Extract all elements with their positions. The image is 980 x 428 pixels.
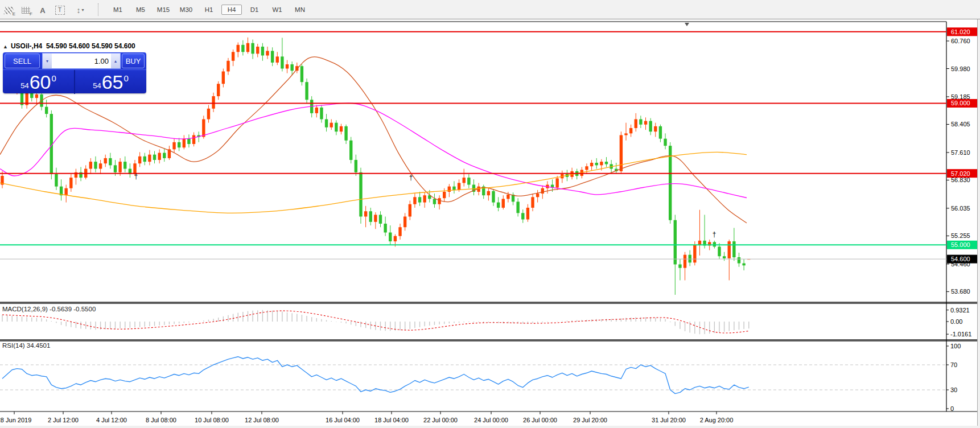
timeframe-button-m30[interactable]: M30 — [176, 5, 196, 15]
sell-price-sup: 0 — [51, 73, 56, 83]
rsi-label: RSI(14) 34.4501 — [2, 342, 50, 349]
text-box-button[interactable]: T — [52, 3, 67, 17]
time-axis-label: 12 Jul 08:00 — [245, 417, 279, 423]
sell-price-button[interactable]: 54 60 0 — [3, 70, 75, 94]
grid-sub-label: F — [30, 11, 32, 17]
timeframe-button-mn[interactable]: MN — [290, 5, 310, 15]
time-axis-label: 29 Jul 20:00 — [573, 417, 607, 423]
symbol-ohlc-label: USOil-,H4 54.590 54.600 54.590 54.600 — [11, 42, 135, 50]
sell-button[interactable]: SELL — [5, 54, 40, 68]
svg-text:57.020: 57.020 — [951, 170, 970, 177]
timeframe-button-group: M1M5M15M30H1H4D1W1MN — [106, 5, 311, 15]
chart-surface[interactable]: †††60.76059.98059.18558.40557.61056.8305… — [0, 19, 980, 428]
ma-slow — [0, 152, 747, 213]
toolbar: E F A T ↕ ▾ M1M5M15M30H1H4D1W1MN — [0, 0, 980, 19]
cross-marker: † — [409, 174, 413, 182]
rsi-axis-label: 0 — [950, 405, 954, 412]
svg-text:58.405: 58.405 — [951, 121, 970, 127]
cross-marker: † — [134, 172, 138, 180]
chevron-down-icon: ▾ — [81, 7, 84, 13]
letter-a-icon: A — [40, 5, 45, 17]
svg-text:53.680: 53.680 — [951, 288, 970, 295]
svg-text:57.610: 57.610 — [951, 149, 970, 156]
svg-text:56.035: 56.035 — [951, 205, 970, 212]
svg-text:60.760: 60.760 — [951, 38, 970, 44]
time-axis-label: 31 Jul 20:00 — [652, 417, 686, 423]
sell-price-big: 60 — [30, 71, 51, 93]
svg-text:61.020: 61.020 — [951, 28, 970, 35]
macd-axis-label: 0.9321 — [950, 307, 970, 314]
macd-axis-label: -1.0161 — [950, 331, 971, 338]
time-axis-label: 16 Jul 04:00 — [326, 417, 360, 423]
volume-increase-button[interactable]: ▴ — [111, 54, 120, 68]
time-axis[interactable]: 28 Jun 20192 Jul 12:004 Jul 12:008 Jul 0… — [0, 411, 733, 423]
timeframe-button-h4[interactable]: H4 — [221, 5, 242, 15]
time-axis-label: 2 Aug 20:00 — [700, 417, 734, 423]
macd-label: MACD(12,26,9) -0.5639 -0.5500 — [2, 306, 96, 312]
time-axis-label: 4 Jul 12:00 — [96, 417, 127, 423]
macd-histogram — [2, 310, 749, 335]
macd-axis-label: 0.00 — [950, 318, 962, 325]
timeframe-button-h1[interactable]: H1 — [199, 5, 219, 15]
svg-text:59.980: 59.980 — [951, 65, 970, 72]
time-axis-label: 26 Jul 00:00 — [523, 417, 557, 423]
rsi-axis-label: 100 — [950, 343, 961, 349]
indicator-hatch-button[interactable]: E — [1, 3, 16, 17]
chart-title: ▲USOil-,H4 54.590 54.600 54.590 54.600 — [3, 42, 135, 50]
grid-icon — [22, 7, 30, 14]
sell-price-small: 54 — [20, 81, 28, 90]
time-axis-label: 18 Jul 04:00 — [374, 417, 409, 423]
buy-price-button[interactable]: 54 65 0 — [75, 70, 146, 94]
chart-window: †††60.76059.98059.18558.40557.61056.8305… — [0, 19, 980, 428]
timeframe-button-m5[interactable]: M5 — [130, 5, 151, 15]
arrows-icon: ↕ — [76, 6, 80, 15]
rsi-pane — [0, 357, 946, 394]
toolbar-separator — [98, 3, 103, 16]
time-axis-label: 2 Jul 12:00 — [48, 417, 79, 423]
window-right-edge — [977, 0, 980, 428]
buy-price-sup: 0 — [123, 73, 128, 83]
time-axis-label: 28 Jun 2019 — [0, 417, 31, 423]
one-click-trade-panel: SELL ▾ ▴ BUY 54 60 0 54 65 0 — [3, 52, 146, 93]
timeframe-button-w1[interactable]: W1 — [267, 5, 287, 15]
time-axis-label: 8 Jul 08:00 — [146, 417, 176, 423]
svg-text:55.000: 55.000 — [951, 241, 970, 248]
volume-input[interactable] — [52, 54, 111, 68]
rsi-axis-label: 30 — [950, 386, 957, 393]
timeframe-button-m1[interactable]: M1 — [108, 5, 128, 15]
mt4-terminal-window: E F A T ↕ ▾ M1M5M15M30H1H4D1W1MN †††60.7… — [0, 0, 980, 428]
collapse-panel-icon[interactable]: ▲ — [3, 44, 8, 50]
grid-button[interactable]: F — [18, 3, 33, 17]
timeframe-button-m15[interactable]: M15 — [153, 5, 174, 15]
volume-stepper: ▾ ▴ — [42, 53, 121, 69]
shift-marker-icon — [685, 23, 689, 26]
buy-price-small: 54 — [93, 81, 101, 90]
ma-mid — [0, 103, 747, 197]
svg-text:56.830: 56.830 — [951, 176, 970, 183]
cross-marker: † — [713, 231, 717, 238]
price-axis[interactable]: 60.76059.98059.18558.40557.61056.83056.0… — [946, 27, 977, 295]
time-axis-label: 22 Jul 00:00 — [423, 417, 458, 423]
rsi-line — [2, 357, 749, 394]
window-bottom-edge — [0, 426, 980, 428]
rsi-axis-label: 70 — [950, 361, 957, 368]
boxed-t-icon: T — [55, 6, 65, 15]
buy-price-big: 65 — [102, 71, 123, 93]
text-label-button[interactable]: A — [35, 3, 50, 17]
svg-text:54.600: 54.600 — [951, 256, 970, 262]
svg-text:59.000: 59.000 — [951, 100, 970, 106]
objects-dropdown-button[interactable]: ↕ ▾ — [69, 3, 91, 17]
time-axis-label: 10 Jul 08:00 — [195, 417, 229, 423]
volume-decrease-button[interactable]: ▾ — [43, 54, 52, 68]
time-axis-label: 24 Jul 00:00 — [474, 417, 508, 423]
buy-button[interactable]: BUY — [122, 54, 145, 68]
timeframe-button-d1[interactable]: D1 — [244, 5, 265, 15]
hatch-sub-label: E — [13, 11, 15, 17]
svg-text:55.255: 55.255 — [951, 232, 970, 239]
